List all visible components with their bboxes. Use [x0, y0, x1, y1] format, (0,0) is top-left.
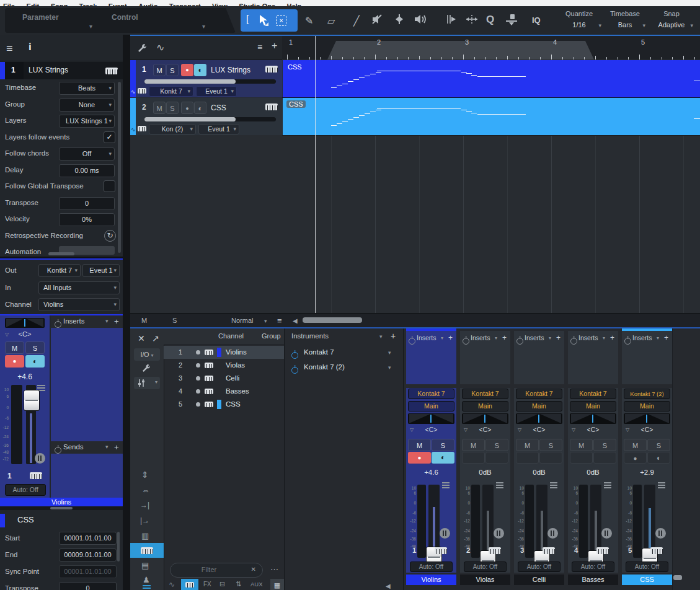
solo-button[interactable]: S	[593, 439, 616, 451]
automation-toggle-icon[interactable]: ∿	[131, 89, 136, 95]
mode-caret-icon[interactable]: ▾	[264, 318, 267, 324]
automation-mode-button[interactable]: Auto: Off	[410, 561, 453, 572]
mute-button[interactable]: M	[408, 439, 431, 451]
track-setup-wrench-icon[interactable]	[138, 43, 147, 55]
output-bus-button[interactable]: Main	[462, 401, 508, 412]
solo-button[interactable]: S	[432, 439, 454, 451]
instrument-editor-icon[interactable]	[601, 528, 612, 539]
control-dropdown[interactable]: Control	[112, 13, 138, 22]
parameter-dropdown[interactable]: Parameter	[22, 13, 59, 22]
transpose-value[interactable]: 0	[59, 582, 117, 590]
mute-button[interactable]: M	[624, 439, 647, 451]
playhead[interactable]	[315, 36, 316, 313]
track-monitor-button[interactable]: ◐	[194, 102, 206, 114]
mixer-strip[interactable]: Inserts ▾ + Kontakt 7 Main ▽ <C> M S ● ◐…	[406, 328, 456, 590]
solo-button[interactable]: S	[485, 439, 508, 451]
timebase-value[interactable]: Bars	[605, 21, 645, 29]
inserts-caret-icon[interactable]: ▾	[657, 335, 659, 341]
automation-curve-icon[interactable]: ∿	[156, 42, 164, 53]
out-port-dropdown[interactable]: Eveut 1▾	[82, 264, 120, 277]
inserts-add-icon[interactable]: +	[610, 333, 614, 342]
parameter-caret-icon[interactable]: ▾	[89, 23, 92, 30]
start-value[interactable]: 00001.01.01.00	[59, 532, 117, 545]
instrument-editor-icon[interactable]	[35, 453, 45, 464]
track-header-css[interactable]: ∿ 2 M S ● ◐ CSS Kon (2)▾ Eveut 1▾	[130, 98, 282, 135]
snap-value[interactable]: Adaptive	[650, 21, 693, 29]
volume-value[interactable]: +2.9	[622, 469, 672, 476]
inserts-power-icon[interactable]	[409, 338, 415, 345]
solo-button[interactable]: S	[647, 439, 670, 451]
end-value[interactable]: 00009.01.01.00	[59, 548, 117, 561]
strip-options-icon[interactable]	[550, 482, 557, 488]
solo-button[interactable]: S	[539, 439, 562, 451]
channel-name-plate[interactable]: Violas	[460, 575, 510, 585]
mute-button[interactable]: M	[462, 439, 485, 451]
mixer-strip[interactable]: Inserts ▾ + Kontakt 7 Main ▽ <C> M S ● ◐…	[568, 328, 618, 590]
track-volume-slider[interactable]	[144, 79, 276, 84]
retrospective-recording-icon[interactable]: ↻	[104, 230, 116, 242]
output-instrument-button[interactable]: Kontakt 7	[408, 389, 454, 399]
output-instrument-button[interactable]: Kontakt 7	[516, 389, 562, 399]
mixer-strip[interactable]: Inserts ▾ + Kontakt 7 (2) Main ▽ <C> M S…	[622, 328, 672, 590]
volume-value[interactable]: 0dB	[568, 469, 618, 476]
inserts-add-icon[interactable]: +	[448, 333, 453, 342]
follow-global-transpose-checkbox[interactable]	[104, 180, 115, 192]
mute-tool-icon[interactable]	[371, 13, 383, 28]
automation-mode-button[interactable]: Auto: Off	[572, 561, 614, 572]
output-bus-button[interactable]: Main	[516, 401, 562, 412]
inserts-add-icon[interactable]: +	[664, 333, 668, 342]
midi-event-css[interactable]: CSS	[283, 98, 700, 135]
fit-width-icon[interactable]	[465, 13, 479, 28]
channel-name-plate[interactable]: Celli	[514, 575, 564, 585]
caret-icon[interactable]: ▾	[109, 148, 112, 160]
bracket-tool[interactable]: [	[246, 14, 249, 25]
solo-filter-button[interactable]: S	[172, 317, 177, 324]
solo-button[interactable]: S	[25, 341, 45, 354]
velocity-field[interactable]: 0%	[59, 213, 115, 226]
pan-slider[interactable]	[5, 318, 45, 328]
output-instrument-button[interactable]: Kontakt 7 (2)	[624, 389, 670, 399]
monitor-button[interactable]: ◐	[25, 355, 45, 368]
record-arm-button[interactable]: ●	[624, 452, 647, 464]
mixer-strip[interactable]: Inserts ▾ + Kontakt 7 Main ▽ <C> M S ● ◐…	[514, 328, 564, 590]
inserts-caret-icon[interactable]: ▾	[549, 335, 551, 341]
pan-value[interactable]: <C>	[622, 426, 672, 433]
automation-mode-button[interactable]: Auto: Off	[5, 484, 46, 496]
panel-splitter-handle[interactable]	[50, 507, 73, 509]
timeline-ruler[interactable]: 12345	[282, 36, 700, 59]
event-inspector-scrollbar[interactable]	[117, 532, 120, 561]
mute-button[interactable]: M	[570, 439, 593, 451]
inserts-power-icon[interactable]	[570, 338, 577, 345]
track-color-tag[interactable]: ∿	[130, 98, 136, 135]
track-height-mode[interactable]: Normal	[231, 317, 253, 324]
inserts-power-icon[interactable]	[516, 338, 523, 345]
record-arm-button[interactable]: ●	[516, 452, 539, 464]
listen-tool-icon[interactable]	[413, 12, 428, 29]
track-header-lux-strings[interactable]: ∿ 1 M S ● ◐ LUX Strings Konkt 7▾ Eveut 1…	[130, 60, 282, 97]
channel-dropdown[interactable]: Violins▾	[38, 298, 120, 311]
caret-icon[interactable]: ▾	[109, 99, 112, 111]
inspector-splitter-handle[interactable]	[48, 252, 74, 255]
pan-value[interactable]: <C>	[514, 426, 564, 433]
volume-value[interactable]: 0dB	[460, 469, 510, 476]
paint-tool-icon[interactable]: ✎	[305, 15, 313, 27]
eraser-tool-icon[interactable]: ▱	[327, 15, 335, 27]
record-arm-button[interactable]: ●	[462, 452, 485, 464]
quantize-caret-icon[interactable]: ▾	[598, 22, 601, 29]
strip-options-icon[interactable]	[442, 482, 450, 488]
instrument-editor-icon[interactable]	[547, 528, 558, 539]
caret-icon[interactable]: ▾	[109, 82, 112, 94]
inspector-scrollbar[interactable]	[118, 82, 121, 253]
list-options-icon[interactable]: ≡	[277, 316, 282, 325]
arrow-tool-icon[interactable]	[257, 14, 269, 30]
track-instrument-dropdown[interactable]: Kon (2)▾	[149, 124, 196, 134]
inserts-add-icon[interactable]: +	[556, 333, 560, 342]
quantize-value[interactable]: 1/16	[557, 21, 601, 29]
automation-mode-button[interactable]: Auto: Off	[626, 561, 668, 572]
output-instrument-button[interactable]: Kontakt 7	[462, 389, 508, 399]
range-tool-icon[interactable]: ✕	[276, 15, 286, 26]
volume-value[interactable]: 0dB	[514, 469, 564, 476]
timebase-caret-icon[interactable]: ▾	[642, 22, 645, 29]
mute-button[interactable]: M	[516, 439, 539, 451]
mute-filter-button[interactable]: M	[141, 317, 147, 324]
